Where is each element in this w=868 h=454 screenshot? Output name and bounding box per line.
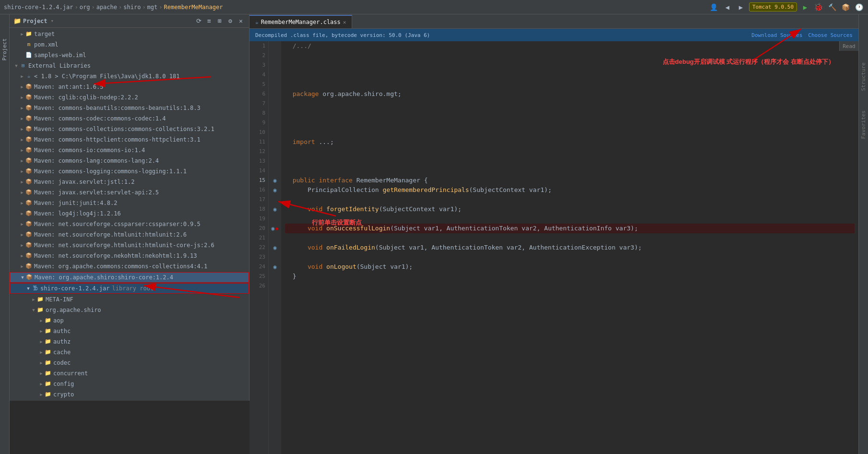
tab-close-btn[interactable]: ✕ xyxy=(343,19,346,25)
right-panel: Structure Favorites xyxy=(858,14,868,454)
tree-item-junit[interactable]: ▶📦Maven: junit:junit:4.8.2 xyxy=(10,198,249,208)
gutter-12 xyxy=(269,147,281,156)
ln-20: 20 xyxy=(250,224,268,233)
profile-icon[interactable]: 👤 xyxy=(709,2,719,12)
tree-item-iml[interactable]: 📄 samples-web.iml xyxy=(10,50,249,60)
tree-item-cache[interactable]: ▶📁cache xyxy=(10,347,249,358)
close-icon[interactable]: ✕ xyxy=(237,17,245,25)
structure-label[interactable]: Structure xyxy=(860,62,867,91)
tree-item-org-apache-shiro[interactable]: ▼ 📁 org.apache.shiro xyxy=(10,305,249,315)
ln-3: 3 xyxy=(250,60,268,70)
tree-item-extlibs[interactable]: ▼ ⊞ External Libraries xyxy=(10,60,249,71)
gutter-9 xyxy=(269,118,281,128)
code-line-19 xyxy=(285,214,855,224)
ln-12: 12 xyxy=(250,147,268,156)
tree-item-pom[interactable]: m pom.xml xyxy=(10,39,249,50)
tree-item-nekohtml[interactable]: ▶📦Maven: net.sourceforge.nekohtml:nekoht… xyxy=(10,251,249,261)
tree-item-httpclient[interactable]: ▶📦Maven: commons-httpclient:commons-http… xyxy=(10,134,249,145)
method-marker-22: ◉ xyxy=(273,244,276,251)
maven-httpclient-icon: 📦 xyxy=(25,136,33,143)
jdk-icon: ☕ xyxy=(25,72,33,80)
editor-area: ☕ RememberMeManager.class ✕ Decompiled .… xyxy=(250,14,858,454)
tree-item-io[interactable]: ▶📦Maven: commons-io:commons-io:1.4 xyxy=(10,145,249,155)
breadcrumb-shiro[interactable]: shiro xyxy=(123,4,141,11)
tree-item-jstl[interactable]: ▶📦Maven: javax.servlet:jstl:1.2 xyxy=(10,177,249,187)
tree-item-htmlunit-core[interactable]: ▶📦Maven: net.sourceforge.htmlunit:htmlun… xyxy=(10,240,249,251)
tree-item-ant[interactable]: ▶📦Maven: ant:ant:1.6.5 xyxy=(10,82,249,92)
label-pom: pom.xml xyxy=(34,41,59,48)
back-icon[interactable]: ◀ xyxy=(722,2,733,12)
run-icon[interactable]: ▶ xyxy=(800,2,810,12)
favorites-label[interactable]: Favorites xyxy=(860,110,867,139)
code-line-26 xyxy=(285,281,855,291)
tree-item-authz[interactable]: ▶📁authz xyxy=(10,336,249,347)
line-numbers: 1 2 3 4 5 6 7 8 9 10 11 12 13 14 15 16 1 xyxy=(250,41,269,454)
code-content[interactable]: /.../ package org.apache.shiro.mgt; impo… xyxy=(281,41,858,454)
settings-icon[interactable]: ⚙ xyxy=(226,17,235,25)
ln-9: 9 xyxy=(250,118,268,128)
gutter-22: ◉ xyxy=(269,243,281,252)
breadcrumb-class[interactable]: RememberMeManager xyxy=(164,4,223,11)
label-collections: Maven: commons-collections:commons-colle… xyxy=(34,126,214,132)
tree-item-logging[interactable]: ▶📦Maven: commons-logging:commons-logging… xyxy=(10,166,249,177)
download-sources-link[interactable]: Download Sources xyxy=(751,32,802,38)
label-lang: Maven: commons-lang:commons-lang:2.4 xyxy=(34,157,159,164)
code-line-22: void onFailedLogin(Subject var1, Authent… xyxy=(285,243,855,252)
code-line-12 xyxy=(285,147,855,156)
maven-cssparser-icon: 📦 xyxy=(25,220,33,228)
tree-item-authc[interactable]: ▶📁authc xyxy=(10,326,249,336)
tree-item-codec2[interactable]: ▶📁codec xyxy=(10,358,249,368)
tab-rememberme[interactable]: ☕ RememberMeManager.class ✕ xyxy=(250,15,352,28)
tree-item-htmlunit[interactable]: ▶📦Maven: net.sourceforge.htmlunit:htmlun… xyxy=(10,229,249,240)
tree-item-shiro[interactable]: ▼ 📦 Maven: org.apache.shiro:shiro-core:1… xyxy=(10,272,249,283)
maven-codec-icon: 📦 xyxy=(25,115,33,122)
decompile-info: Decompiled .class file, bytecode version… xyxy=(255,32,430,38)
tree-item-crypto[interactable]: ▶📁crypto xyxy=(10,389,249,400)
sidebar-title: Project xyxy=(23,18,48,24)
tree-item-log4j[interactable]: ▶📦Maven: log4j:log4j:1.2.16 xyxy=(10,208,249,219)
expand-icon[interactable]: ⊞ xyxy=(215,17,224,25)
breadcrumb-mgt[interactable]: mgt xyxy=(147,4,158,11)
tree-item-metainf[interactable]: ▶ 📁 META-INF xyxy=(10,294,249,305)
tree-item-jdk[interactable]: ▶ ☕ < 1.8 > C:\Program Files\Java\jdk1.8… xyxy=(10,71,249,82)
sync-icon[interactable]: ⟳ xyxy=(194,17,203,25)
tree-item-concurrent[interactable]: ▶📁concurrent xyxy=(10,368,249,379)
breadcrumb-apache[interactable]: apache xyxy=(96,4,117,11)
choose-sources-link[interactable]: Choose Sources xyxy=(808,32,853,38)
ln-21: 21 xyxy=(250,233,268,243)
label-nekohtml: Maven: net.sourceforge.nekohtml:nekohtml… xyxy=(34,252,197,259)
breadcrumb-jar[interactable]: shiro-core-1.2.4.jar xyxy=(4,4,73,11)
tree-item-collections[interactable]: ▶📦Maven: commons-collections:commons-col… xyxy=(10,124,249,134)
filter-icon[interactable]: ≡ xyxy=(205,17,214,25)
ln-6: 6 xyxy=(250,89,268,99)
code-line-4 xyxy=(285,70,855,80)
tree-item-aop[interactable]: ▶📁aop xyxy=(10,315,249,326)
clock-icon[interactable]: 🕐 xyxy=(854,2,864,12)
label-beanutils: Maven: commons-beanutils:commons-beanuti… xyxy=(34,105,201,111)
deploy-icon[interactable]: 📦 xyxy=(840,2,851,12)
tree-item-cglib[interactable]: ▶📦Maven: cglib:cglib-nodep:2.2.2 xyxy=(10,92,249,103)
debug-icon[interactable]: 🐞 xyxy=(813,2,824,12)
breadcrumb-org[interactable]: org xyxy=(80,4,90,11)
gutter-18: ◉ xyxy=(269,204,281,214)
tree-item-shiro-jar[interactable]: ▼ 🗜 shiro-core-1.2.4.jar library root xyxy=(10,283,249,294)
build-icon[interactable]: 🔨 xyxy=(827,2,837,12)
ln-25: 25 xyxy=(250,272,268,281)
breakpoint-icon[interactable]: ◆ xyxy=(275,225,279,232)
forward-icon[interactable]: ▶ xyxy=(736,2,746,12)
code-line-3 xyxy=(285,60,855,70)
tree-item-beanutils[interactable]: ▶📦Maven: commons-beanutils:commons-beanu… xyxy=(10,103,249,113)
dropdown-icon[interactable]: ▾ xyxy=(51,18,54,24)
tree-item-servletapi[interactable]: ▶📦Maven: javax.servlet:servlet-api:2.5 xyxy=(10,187,249,198)
maven-cglib-icon: 📦 xyxy=(25,94,33,101)
tree-item-commons4[interactable]: ▶📦Maven: org.apache.commons:commons-coll… xyxy=(10,261,249,272)
tomcat-badge[interactable]: Tomcat 9.0.50 xyxy=(749,2,797,12)
tree-item-cssparser[interactable]: ▶📦Maven: net.sourceforge.cssparser:csspa… xyxy=(10,219,249,229)
project-tab[interactable]: Project xyxy=(1,38,8,60)
tree-item-codec[interactable]: ▶📦Maven: commons-codec:commons-codec:1.4 xyxy=(10,113,249,124)
tree-item-lang[interactable]: ▶📦Maven: commons-lang:commons-lang:2.4 xyxy=(10,155,249,166)
tree-item-target[interactable]: ▶ 📁 target xyxy=(10,29,249,39)
tree-item-config[interactable]: ▶📁config xyxy=(10,379,249,389)
label-log4j: Maven: log4j:log4j:1.2.16 xyxy=(34,210,121,217)
ln-16: 16 xyxy=(250,185,268,195)
